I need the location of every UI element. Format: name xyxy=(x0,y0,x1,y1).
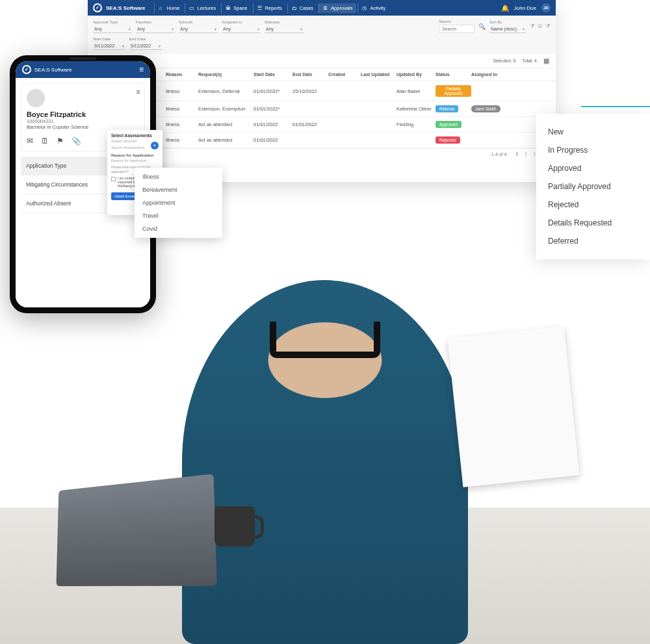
profile-id: 1000004231 xyxy=(27,118,139,124)
assigned-badge: Jane Smith xyxy=(471,105,500,112)
toolbar: 👤 👤⁺ ☁ Selected: 0 Total: 4 ▦ xyxy=(88,54,556,68)
cell-requests: Extension, Deferral xyxy=(198,88,254,94)
status-option[interactable]: In Progress xyxy=(536,141,650,159)
cell-end: 25/10/2022 xyxy=(292,88,328,94)
col-requests[interactable]: Request(s) xyxy=(198,72,254,77)
profile-degree: Bachelor in Coputer Science xyxy=(27,124,139,130)
filter-funnel-icon[interactable]: ⧩ xyxy=(530,23,535,30)
cell-reason: Illness xyxy=(166,106,198,112)
user-name[interactable]: John Doe xyxy=(514,5,536,11)
bell-icon[interactable]: 🔔 xyxy=(501,5,509,12)
reason-option[interactable]: Illness xyxy=(135,170,222,183)
col-last-updated[interactable]: Last Updated xyxy=(361,72,396,77)
filter-statuses[interactable]: StatusesAny xyxy=(265,20,304,33)
paper-held-illustration xyxy=(447,326,579,487)
modal-section-heading: Reason for Application xyxy=(111,153,159,157)
cell-assigned: Jane Smith xyxy=(471,105,507,112)
building-icon: 🏛 xyxy=(226,5,231,11)
filter-funnel2-icon[interactable]: ⧩ xyxy=(545,23,551,30)
card-menu-icon[interactable]: ≡ xyxy=(136,88,140,96)
page-prev-icon[interactable]: ⟨ xyxy=(523,151,530,156)
filter-assigned-to[interactable]: Assigned toAny xyxy=(222,20,261,33)
page-first-icon[interactable]: |⟨ xyxy=(513,151,521,156)
cell-start: 01/01/2022* xyxy=(254,106,292,112)
cell-reason: Illness xyxy=(166,137,198,143)
filter-start-date[interactable]: Start Date9/11/2022 xyxy=(93,37,125,50)
status-option[interactable]: Details Requested xyxy=(536,214,650,232)
col-start-date[interactable]: Start Date xyxy=(254,72,292,77)
main-nav: ⌂Home ▭Lectures 🏛Space ☰Reports 🗀Cases 🗓… xyxy=(154,3,497,13)
nav-lectures[interactable]: ▭Lectures xyxy=(185,3,220,13)
nav-activity[interactable]: ◷Activity xyxy=(358,3,389,13)
cell-start: 01/01/2022* xyxy=(254,88,292,94)
phone-header: ✓ SEA:S Software ≡ xyxy=(16,61,150,78)
attach-icon[interactable]: 📎 xyxy=(72,136,81,146)
status-option[interactable]: Deferred xyxy=(536,232,650,250)
clock-icon: ◷ xyxy=(362,5,368,11)
search-input[interactable] xyxy=(439,25,474,33)
filter-bar: Approval TypeAny FacultiesAny SchoolsAny… xyxy=(88,16,556,37)
page-range: 1-4 of 4 xyxy=(491,152,507,157)
filter-end-date[interactable]: End Date9/11/2022 xyxy=(129,37,162,50)
calendar-check-icon: 🗓 xyxy=(323,5,329,11)
col-assigned-to[interactable]: Assigned to xyxy=(471,72,507,77)
selected-count: Selected: 0 xyxy=(493,58,515,63)
report-icon: ☰ xyxy=(257,5,263,11)
status-option[interactable]: Approved xyxy=(536,159,650,177)
total-count: Total: 4 xyxy=(522,58,537,63)
col-reason[interactable]: Reason xyxy=(166,72,198,77)
filter-bar-row2: Start Date9/11/2022 End Date9/11/2022 xyxy=(88,37,556,54)
status-badge: Approved xyxy=(436,121,462,128)
brand-logo-icon: ✓ xyxy=(93,3,102,12)
calendar-plus-icon[interactable]: 🗓 xyxy=(41,136,49,146)
table-row[interactable]: 23456789MitCircIllnessExtension, Exempti… xyxy=(88,101,556,117)
col-updated-by[interactable]: Updated By xyxy=(396,72,436,77)
top-navbar: ✓ SEA:S Software ⌂Home ▭Lectures 🏛Space … xyxy=(88,0,556,16)
grid-view-icon[interactable]: ▦ xyxy=(543,57,549,64)
col-created[interactable]: Created xyxy=(328,72,361,77)
status-option[interactable]: New xyxy=(536,123,650,141)
table-row[interactable]: 789MitCircIllnessExtension, Deferral01/0… xyxy=(88,81,556,101)
profile-name: Boyce Fitzpatrick xyxy=(27,110,139,118)
reason-option[interactable]: Travel xyxy=(135,209,222,222)
status-filter-card: NewIn ProgressApprovedPartially Approved… xyxy=(536,114,650,259)
modal-title: Select Assessments xyxy=(111,133,159,138)
status-option[interactable]: Rejected xyxy=(536,196,650,214)
nav-reports[interactable]: ☰Reports xyxy=(253,3,286,13)
reason-dropdown: IllnessBereavementAppointmentTravelCovid xyxy=(135,168,222,238)
cell-reason: Illness xyxy=(166,88,198,94)
cell-requests: Act as attended xyxy=(198,137,254,143)
filter-action-icons: ⧩ ⊘ ⧩ xyxy=(530,23,551,30)
checkbox-icon[interactable] xyxy=(111,177,116,181)
search-field[interactable]: Search xyxy=(439,19,474,33)
hamburger-icon[interactable]: ≡ xyxy=(139,65,144,74)
nav-space[interactable]: 🏛Space xyxy=(221,3,251,13)
status-badge: Partially Approved xyxy=(436,85,471,97)
flag-icon[interactable]: ⚑ xyxy=(57,136,64,146)
nav-approvals[interactable]: 🗓Approvals xyxy=(318,3,356,13)
reason-option[interactable]: Covid xyxy=(135,222,222,235)
status-option[interactable]: Partially Approved xyxy=(536,177,650,196)
nav-cases[interactable]: 🗀Cases xyxy=(287,3,317,13)
filter-schools[interactable]: SchoolsAny xyxy=(179,20,218,33)
home-icon: ⌂ xyxy=(159,5,164,11)
brand-name: SEA:S Software xyxy=(106,5,145,11)
col-end-date[interactable]: End Date xyxy=(292,72,328,77)
col-status[interactable]: Status xyxy=(436,72,471,77)
reason-option[interactable]: Appointment xyxy=(135,196,222,209)
cell-requests: Act as attended xyxy=(198,122,254,127)
mail-icon[interactable]: ✉ xyxy=(27,136,33,146)
status-badge: Referral xyxy=(436,105,458,112)
reason-option[interactable]: Bereavement xyxy=(135,183,222,196)
nav-home[interactable]: ⌂Home xyxy=(154,3,183,13)
status-badge: Rejected xyxy=(436,136,460,144)
filter-approval-type[interactable]: Approval TypeAny xyxy=(93,20,132,33)
sort-by[interactable]: Sort ByName (desc) xyxy=(489,20,526,33)
coffee-mug-illustration xyxy=(214,506,255,547)
search-icon[interactable]: 🔍 xyxy=(478,23,486,30)
user-avatar[interactable]: JD xyxy=(541,3,551,12)
add-assessment-button[interactable]: + xyxy=(151,142,159,149)
filter-reset-icon[interactable]: ⊘ xyxy=(538,23,543,30)
cell-status: Rejected xyxy=(436,136,471,144)
filter-faculties[interactable]: FacultiesAny xyxy=(136,20,175,33)
